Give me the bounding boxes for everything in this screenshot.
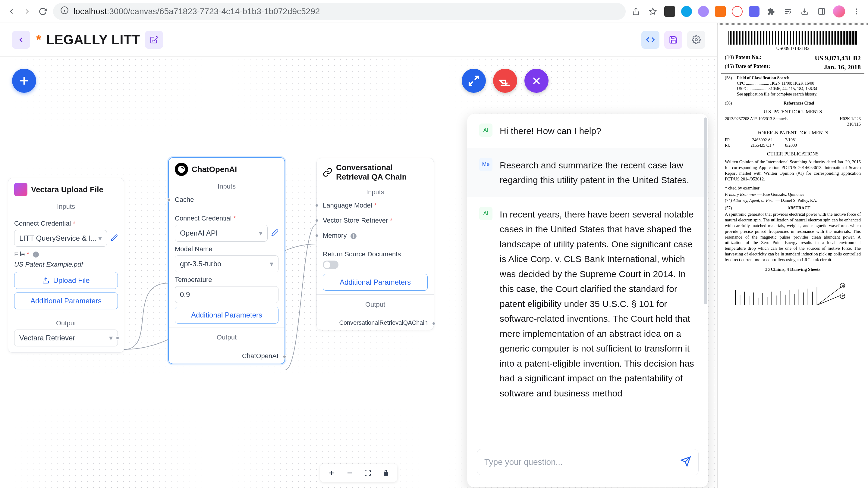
browser-reload-button[interactable] [37, 6, 48, 17]
file-name: US Patent Example.pdf [14, 261, 118, 268]
temperature-input[interactable] [175, 286, 278, 303]
info-icon [60, 6, 69, 17]
barcode-text: US009871431B2 [721, 46, 864, 51]
openai-icon [175, 163, 188, 176]
language-model-port[interactable]: Language Model * [317, 198, 434, 213]
chat-messages[interactable]: AI Hi there! How can I help? Me Research… [467, 114, 708, 442]
svg-rect-9 [818, 8, 825, 14]
chat-scrollbar[interactable] [704, 118, 707, 304]
additional-params-button[interactable]: Additional Parameters [175, 307, 278, 324]
extension-icon-3[interactable] [698, 6, 709, 17]
playlist-icon[interactable] [782, 6, 793, 17]
output-label: Output [175, 331, 278, 344]
memory-port[interactable]: Memory i [317, 228, 434, 243]
edit-credential-icon[interactable] [111, 234, 118, 242]
info-icon: i [350, 233, 356, 239]
node-chatopenai[interactable]: ChatOpenAI Inputs Cache Connect Credenti… [168, 157, 285, 364]
svg-text:18: 18 [842, 284, 845, 287]
chat-text: Research and summarize the recent case l… [500, 158, 696, 188]
additional-params-button[interactable]: Additional Parameters [14, 293, 118, 310]
browser-chrome: localhost:3000/canvas/65a71823-7723-4c14… [0, 0, 868, 23]
svg-marker-4 [650, 8, 656, 14]
cache-port[interactable]: Cache [169, 192, 284, 207]
clear-chat-button[interactable] [493, 69, 517, 93]
credential-select[interactable]: OpenAI API ▾ [175, 225, 268, 241]
vectara-icon [14, 183, 27, 196]
vector-store-port[interactable]: Vector Store Retriever * [317, 213, 434, 228]
ai-avatar: AI [479, 207, 493, 220]
browser-back-button[interactable] [6, 6, 17, 17]
browser-forward-button[interactable] [22, 6, 33, 17]
node-conversational-qa[interactable]: Conversational Retrieval QA Chain Inputs… [316, 158, 434, 330]
node-vectara-upload[interactable]: Vectara Upload File Inputs Connect Crede… [8, 178, 124, 353]
upload-file-button[interactable]: Upload File [14, 272, 118, 289]
svg-point-11 [856, 8, 857, 10]
add-node-button[interactable] [12, 69, 36, 93]
close-chat-button[interactable] [524, 69, 549, 93]
url-text: localhost:3000/canvas/65a71823-7723-4c14… [73, 7, 320, 16]
page-title: LEGALLY LITT [46, 32, 140, 47]
output-label: Output [323, 298, 428, 311]
settings-button[interactable] [687, 31, 705, 49]
inputs-label: Inputs [8, 201, 124, 213]
share-icon[interactable] [630, 6, 641, 17]
patent-document: US009871431B2 (10) Patent No.: US 9,871,… [717, 23, 868, 488]
extension-icon-1[interactable] [664, 6, 675, 17]
output-select[interactable]: Vectara Retriever ▾ [14, 330, 118, 347]
chat-text: Hi there! How can I help? [500, 124, 601, 138]
chat-message-ai: AI In recent years, there have been seve… [467, 197, 708, 411]
app-back-button[interactable] [12, 31, 30, 49]
fit-view-button[interactable] [362, 467, 373, 478]
inputs-label: Inputs [317, 187, 434, 198]
extension-icon-4[interactable] [715, 6, 726, 17]
extensions-icon[interactable] [766, 6, 776, 17]
temperature-label: Temperature [175, 276, 278, 284]
send-button[interactable] [680, 456, 691, 468]
edit-title-button[interactable] [145, 31, 163, 49]
chain-icon [323, 166, 333, 179]
profile-avatar[interactable] [833, 5, 845, 18]
expand-chat-button[interactable] [462, 69, 486, 93]
lock-button[interactable] [380, 467, 391, 478]
barcode [728, 31, 858, 44]
bookmark-icon[interactable] [647, 6, 658, 17]
url-bar[interactable]: localhost:3000/canvas/65a71823-7723-4c14… [53, 3, 626, 20]
download-icon[interactable] [799, 6, 810, 17]
edit-credential-icon[interactable] [271, 229, 278, 237]
save-button[interactable] [664, 31, 682, 49]
svg-point-14 [695, 38, 698, 41]
chat-input[interactable] [484, 457, 680, 467]
chat-panel: AI Hi there! How can I help? Me Research… [467, 114, 708, 487]
svg-point-13 [856, 13, 857, 14]
output-label: Output [14, 317, 118, 330]
chat-message-ai: AI Hi there! How can I help? [467, 114, 708, 148]
return-source-label: Return Source Documents [323, 250, 428, 258]
model-select[interactable]: gpt-3.5-turbo ▾ [175, 255, 278, 272]
extension-icon-5[interactable] [732, 6, 743, 17]
svg-text:17: 17 [842, 295, 845, 298]
output-port[interactable]: ConversationalRetrievalQAChain [317, 317, 434, 330]
code-button[interactable] [641, 31, 659, 49]
return-source-toggle[interactable] [323, 261, 338, 269]
extension-icon-2[interactable] [681, 6, 692, 17]
chrome-menu-icon[interactable] [851, 6, 862, 17]
credential-select[interactable]: LITT QueryService & I... ▾ [14, 230, 107, 247]
user-avatar: Me [479, 158, 493, 171]
node-title: Conversational Retrieval QA Chain [336, 163, 428, 182]
credential-label: Connect Credential * [14, 220, 118, 227]
svg-point-12 [856, 10, 857, 12]
output-port[interactable]: ChatOpenAI [169, 350, 284, 364]
canvas[interactable]: Vectara Upload File Inputs Connect Crede… [0, 57, 717, 488]
patent-figure: 18 17 [727, 278, 858, 308]
sidepanel-icon[interactable] [816, 6, 827, 17]
unsaved-indicator: * [36, 32, 41, 47]
extension-icon-6[interactable] [749, 6, 760, 17]
info-icon: i [33, 252, 39, 258]
chat-input-area [467, 442, 708, 487]
additional-params-button[interactable]: Additional Parameters [323, 274, 428, 291]
patent-number: US 9,871,431 B2 [815, 54, 861, 62]
app-header: * LEGALLY LITT [0, 23, 717, 57]
zoom-in-button[interactable] [326, 467, 337, 478]
zoom-out-button[interactable] [344, 467, 355, 478]
chat-text: In recent years, there have been several… [500, 207, 696, 401]
